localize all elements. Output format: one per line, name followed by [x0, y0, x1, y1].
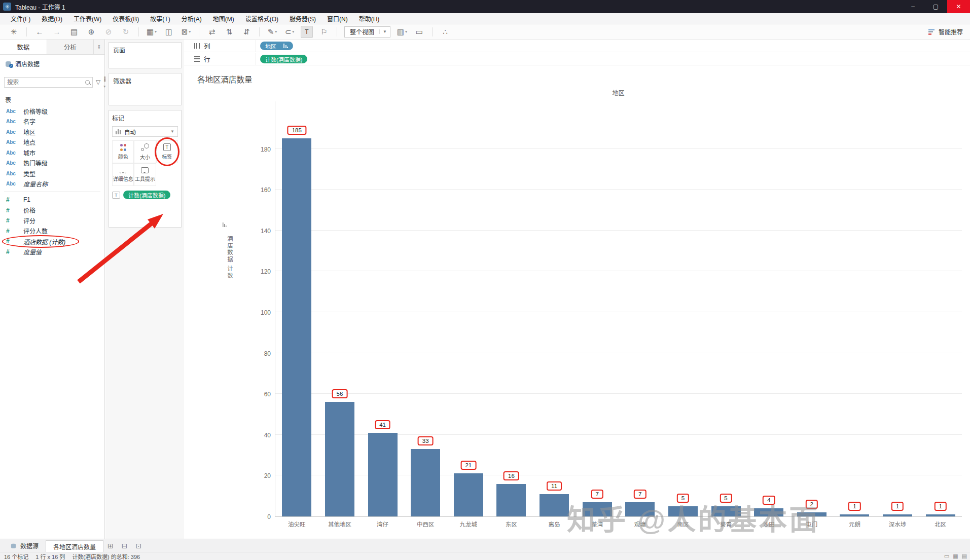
search-input[interactable] — [7, 79, 85, 85]
menu-文件[interactable]: 文件(F) — [5, 13, 36, 24]
chevron-down-icon: ▼ — [379, 29, 387, 34]
marks-label-pill[interactable]: 计数(酒店数据) — [123, 191, 170, 199]
sort-ascending-button[interactable]: ⇅ — [223, 26, 235, 38]
new-story-icon[interactable]: ⊡ — [132, 542, 146, 550]
mark-type-dropdown[interactable]: 自动 ▼ — [112, 126, 178, 137]
bar-slot: 1深水埗 — [876, 101, 919, 516]
new-dashboard-icon[interactable]: ⊟ — [118, 542, 132, 550]
field-度量名称[interactable]: Abc度量名称 — [0, 179, 104, 190]
field-类型[interactable]: Abc类型 — [0, 168, 104, 179]
back-button[interactable]: ← — [33, 26, 46, 38]
field-城市[interactable]: Abc城市 — [0, 147, 104, 158]
field-评分[interactable]: #评分 — [0, 215, 104, 226]
show-hide-cards-button[interactable]: ▥▾ — [396, 26, 408, 38]
show-sheets-icon[interactable]: ▦ — [953, 553, 958, 559]
datasource-item[interactable]: ✓ 酒店数据 — [0, 57, 104, 70]
field-价格[interactable]: #价格 — [0, 205, 104, 216]
y-tick-label: 100 — [248, 309, 271, 316]
bar-观塘[interactable] — [625, 502, 655, 516]
tab-datasource[interactable]: 数据源 — [3, 539, 46, 552]
mark-type-value: 自动 — [124, 128, 136, 136]
presentation-mode-button[interactable]: ▭ — [413, 26, 425, 38]
minimize-button[interactable]: – — [902, 0, 924, 13]
format-link-button[interactable]: ⊂▾ — [283, 26, 296, 38]
bar-沙田[interactable] — [754, 508, 783, 516]
new-worksheet-button[interactable]: ▦▾ — [146, 26, 158, 38]
bar-葵青[interactable] — [711, 506, 741, 516]
show-me-button[interactable]: 智能推荐 — [928, 27, 963, 36]
bar-元朗[interactable] — [840, 514, 869, 516]
swap-rows-columns-button[interactable]: ⇄ — [206, 26, 218, 38]
field-地区[interactable]: Abc地区 — [0, 127, 104, 137]
pages-card[interactable]: 页面 — [109, 42, 182, 68]
fix-axes-button[interactable]: ⚐ — [318, 26, 330, 38]
axis-sort-icon[interactable] — [223, 222, 228, 227]
field-地点[interactable]: Abc地点 — [0, 137, 104, 148]
rows-pill[interactable]: 计数(酒店数据) — [260, 55, 307, 63]
menu-数据[interactable]: 数据(D) — [36, 13, 68, 24]
detail-button[interactable]: 详细信息 — [112, 163, 134, 186]
close-button[interactable]: ✕ — [947, 0, 970, 13]
menu-仪表板[interactable]: 仪表板(B) — [107, 13, 145, 24]
tableau-logo-button[interactable]: ✳ — [8, 26, 20, 38]
fit-dropdown[interactable]: 整个视图 ▼ — [344, 26, 390, 38]
filter-icon[interactable]: ▽ — [96, 79, 100, 86]
highlight-button[interactable]: ✎▾ — [266, 26, 278, 38]
new-data-source-button[interactable]: ⊕ — [85, 26, 97, 38]
menu-故事[interactable]: 故事(T) — [145, 13, 175, 24]
field-度量值[interactable]: #度量值 — [0, 247, 104, 257]
field-热门等级[interactable]: Abc热门等级 — [0, 158, 104, 169]
field-评分人数[interactable]: #评分人数 — [0, 226, 104, 237]
show-mark-labels-button[interactable]: T — [301, 26, 313, 38]
toolbar-separator — [259, 27, 260, 36]
plot-area[interactable]: 020406080100120140160180185油尖旺56其他地区41湾仔… — [275, 101, 962, 517]
show-sorted-icon[interactable]: ▤ — [962, 553, 967, 559]
bar-深水埗[interactable] — [883, 514, 912, 516]
tooltip-button[interactable]: 工具提示 — [134, 163, 156, 186]
chart-title: 各地区酒店数量 — [197, 73, 253, 85]
field-F1[interactable]: #F1 — [0, 195, 104, 205]
tab-active-sheet[interactable]: 各地区酒店数量 — [46, 540, 103, 552]
color-button[interactable]: 颜色 — [112, 140, 134, 163]
menu-工作表[interactable]: 工作表(W) — [68, 13, 107, 24]
maximize-button[interactable]: ▢ — [924, 0, 947, 13]
columns-pill[interactable]: 地区 — [260, 42, 293, 50]
menu-帮助[interactable]: 帮助(H) — [353, 13, 385, 24]
tab-data[interactable]: 数据 — [0, 40, 47, 54]
bar-北区[interactable] — [926, 514, 955, 516]
search-box[interactable] — [4, 77, 93, 88]
database-icon — [11, 543, 16, 548]
bar-其他地区[interactable] — [325, 402, 354, 516]
filmstrip-icon[interactable]: ▭ — [944, 553, 949, 559]
menu-分析[interactable]: 分析(A) — [176, 13, 207, 24]
field-酒店数据计数[interactable]: #酒店数据 (计数) — [0, 236, 104, 247]
bar-屯门[interactable] — [797, 512, 827, 516]
save-button[interactable]: ▤ — [68, 26, 80, 38]
tab-analytics[interactable]: 分析 — [47, 40, 94, 54]
size-button[interactable]: 大小 — [134, 140, 156, 163]
duplicate-button[interactable]: ◫ — [163, 26, 175, 38]
new-worksheet-icon[interactable]: ⊞ — [103, 542, 118, 550]
bar-中西区[interactable] — [411, 449, 440, 516]
bar-荃湾[interactable] — [583, 502, 612, 516]
field-名字[interactable]: Abc名字 — [0, 117, 104, 127]
bar-湾仔[interactable] — [368, 433, 398, 516]
menu-设置格式[interactable]: 设置格式(O) — [240, 13, 284, 24]
bar-东区[interactable] — [496, 484, 526, 516]
sort-descending-button[interactable]: ⇵ — [240, 26, 253, 38]
label-button[interactable]: T标签 — [156, 140, 178, 163]
menu-窗口[interactable]: 窗口(N) — [321, 13, 353, 24]
pane-options-icon[interactable]: ⇕ — [93, 40, 104, 54]
bar-南区[interactable] — [668, 506, 698, 516]
filters-card[interactable]: 筛选器 — [109, 73, 182, 105]
bar-九龙城[interactable] — [454, 473, 483, 516]
menu-地图[interactable]: 地图(M) — [207, 13, 240, 24]
menu-服务器[interactable]: 服务器(S) — [284, 13, 321, 24]
detail-icon — [120, 167, 127, 173]
bar-油尖旺[interactable] — [282, 138, 311, 516]
share-button[interactable]: ∴ — [439, 26, 451, 38]
field-价格等级[interactable]: Abc价格等级 — [0, 106, 104, 117]
bar-slot: 7观塘 — [619, 101, 662, 516]
bar-离岛[interactable] — [540, 494, 569, 516]
clear-sheet-button[interactable]: ⊠▾ — [180, 26, 192, 38]
